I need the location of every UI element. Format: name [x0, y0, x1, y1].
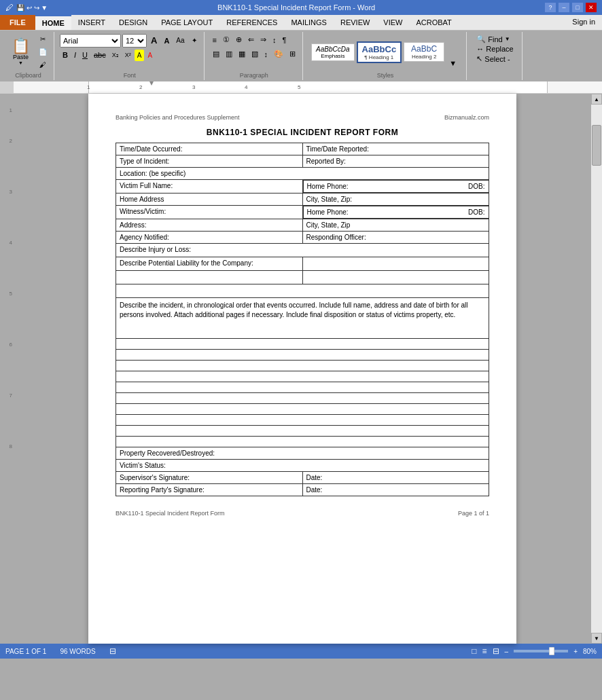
italic-button[interactable]: I: [71, 49, 79, 61]
tab-references[interactable]: REFERENCES: [219, 15, 284, 30]
scroll-track[interactable]: [591, 105, 602, 633]
align-left-button[interactable]: ▤: [210, 48, 222, 60]
table-row: [116, 361, 489, 371]
tab-acrobat[interactable]: ACROBAT: [409, 15, 458, 30]
table-row: Describe Injury or Loss:: [116, 244, 489, 257]
sort-button[interactable]: ↕: [270, 33, 279, 46]
line-cell-1[interactable]: [116, 339, 489, 350]
align-right-button[interactable]: ▦: [236, 48, 248, 60]
find-dropdown[interactable]: ▼: [505, 36, 510, 42]
line-cell-9[interactable]: [116, 426, 489, 437]
font-shrink-button[interactable]: A: [161, 35, 172, 47]
tab-home[interactable]: HOME: [35, 15, 71, 30]
scroll-thumb[interactable]: [592, 125, 601, 166]
document-area: 1 2 3 4 5 6 7 8 Banking Policies and Pro…: [0, 94, 602, 644]
line-spacing-button[interactable]: ↕: [262, 48, 271, 60]
select-button[interactable]: ↖ Select -: [476, 54, 510, 63]
paste-button[interactable]: 📋 Paste ▼: [7, 37, 35, 67]
minimize-button[interactable]: –: [559, 3, 569, 12]
multilevel-button[interactable]: ⊕: [233, 33, 245, 46]
scroll-down-button[interactable]: ▼: [591, 633, 602, 644]
styles-more-button[interactable]: ▼: [446, 57, 459, 69]
font-size-select[interactable]: 12: [122, 34, 147, 48]
superscript-button[interactable]: X²: [122, 50, 134, 60]
copy-button[interactable]: 📄: [36, 46, 50, 58]
bold-button[interactable]: B: [60, 49, 71, 61]
line-cell-4[interactable]: [116, 371, 489, 382]
extra-cell2[interactable]: [302, 271, 489, 284]
zoom-plus[interactable]: +: [573, 648, 578, 655]
restore-button[interactable]: □: [572, 3, 583, 12]
witness-phone-dob-label: Home Phone:DOB:: [303, 206, 489, 219]
line-cell-10[interactable]: [116, 437, 489, 447]
justify-button[interactable]: ▧: [249, 48, 261, 60]
font-color-button[interactable]: A: [145, 50, 155, 61]
paste-dropdown-icon[interactable]: ▼: [18, 60, 23, 65]
numbering-button[interactable]: ①: [220, 33, 232, 46]
victim-name-label: Victim Full Name:: [116, 180, 303, 194]
tab-design[interactable]: DESIGN: [112, 15, 154, 30]
paragraph-label: Paragraph: [240, 71, 268, 79]
close-button[interactable]: ✕: [586, 3, 597, 12]
subscript-button[interactable]: X₂: [109, 50, 122, 60]
ruler-track: 1 2 3 4 5: [14, 81, 602, 93]
font-name-select[interactable]: Arial: [60, 34, 121, 48]
text-highlight-button[interactable]: A: [135, 50, 145, 61]
zoom-slider[interactable]: [514, 650, 568, 652]
zoom-percent[interactable]: 80%: [583, 648, 597, 655]
style-heading2[interactable]: AaBbC Heading 2: [404, 42, 444, 62]
tab-mailings[interactable]: MAILINGS: [284, 15, 334, 30]
narrative-cell[interactable]: Describe the incident, in chronological …: [116, 298, 489, 339]
style-heading1[interactable]: AaBbCc ¶ Heading 1: [357, 41, 402, 63]
read-mode-button[interactable]: ≡: [482, 646, 487, 656]
line-cell-6[interactable]: [116, 393, 489, 404]
font-grow-button[interactable]: A: [148, 33, 160, 48]
tab-view[interactable]: VIEW: [376, 15, 409, 30]
scroll-up-button[interactable]: ▲: [591, 94, 602, 105]
format-painter-button[interactable]: 🖌: [36, 59, 50, 71]
reported-by-label: Reported By:: [302, 155, 489, 168]
proofing-icon[interactable]: ⊟: [109, 646, 116, 656]
align-center-button[interactable]: ▥: [223, 48, 235, 60]
line-cell-5[interactable]: [116, 382, 489, 393]
change-case-button[interactable]: Aa: [173, 35, 187, 46]
tab-review[interactable]: REVIEW: [334, 15, 376, 30]
zoom-thumb[interactable]: [549, 647, 554, 655]
replace-button[interactable]: ↔ Replace: [476, 45, 513, 53]
replace-label: Replace: [486, 45, 513, 53]
style-emphasis[interactable]: AaBbCcDa Emphasis: [311, 43, 354, 61]
time-reported-label: Time/Date Reported:: [302, 143, 489, 155]
line-cell-2[interactable]: [116, 350, 489, 361]
line-cell-8[interactable]: [116, 415, 489, 426]
shading-button[interactable]: 🎨: [271, 48, 286, 60]
tab-file[interactable]: FILE: [0, 15, 35, 30]
decrease-indent-button[interactable]: ⇐: [245, 33, 257, 46]
line-cell-3[interactable]: [116, 361, 489, 371]
bullets-button[interactable]: ≡: [210, 33, 219, 46]
help-button[interactable]: ?: [545, 3, 556, 12]
page-container: Banking Policies and Procedures Suppleme…: [14, 94, 591, 644]
paragraph-controls: ≡ ① ⊕ ⇐ ⇒ ↕ ¶ ▤ ▥ ▦ ▧ ↕ 🎨 ⊞: [210, 33, 299, 71]
styles-group: AaBbCcDa Emphasis AaBbCc ¶ Heading 1 AaB…: [304, 32, 467, 80]
tab-insert[interactable]: INSERT: [71, 15, 112, 30]
cut-button[interactable]: ✂: [36, 33, 50, 45]
extra-cell3[interactable]: [116, 284, 489, 298]
web-layout-button[interactable]: ⊟: [493, 646, 499, 656]
liability-value-cell[interactable]: [302, 257, 489, 271]
tab-page-layout[interactable]: PAGE LAYOUT: [154, 15, 219, 30]
witness-victim-label: Witness/Victim:: [116, 206, 303, 219]
increase-indent-button[interactable]: ⇒: [258, 33, 269, 46]
print-layout-button[interactable]: □: [472, 646, 476, 656]
document-page[interactable]: Banking Policies and Procedures Suppleme…: [88, 94, 516, 644]
clear-format-button[interactable]: ✦: [189, 35, 200, 46]
line-cell-7[interactable]: [116, 404, 489, 415]
show-marks-button[interactable]: ¶: [280, 33, 289, 46]
zoom-minus[interactable]: –: [505, 648, 509, 655]
extra-cell1[interactable]: [116, 271, 303, 284]
borders-button[interactable]: ⊞: [287, 48, 298, 60]
indent-marker[interactable]: [149, 81, 154, 86]
sign-in[interactable]: Sign in: [565, 15, 602, 30]
find-button[interactable]: 🔍 Find ▼: [476, 35, 510, 43]
strikethrough-button[interactable]: abc: [91, 49, 109, 61]
underline-button[interactable]: U: [79, 49, 90, 61]
